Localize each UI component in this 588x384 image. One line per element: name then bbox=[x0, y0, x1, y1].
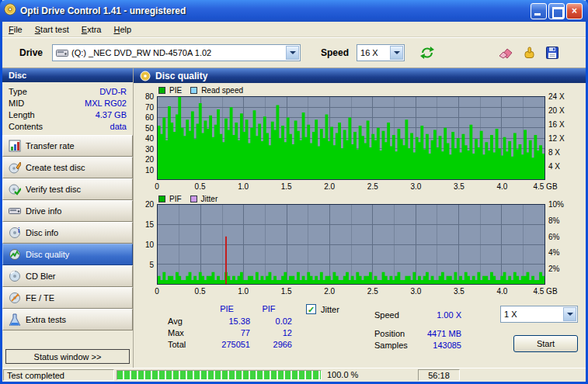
main-panel: Disc quality PIE Read speed 807060504030… bbox=[134, 68, 586, 368]
right-ticks-label: 24 X bbox=[548, 92, 565, 101]
disc-length-label: Length bbox=[9, 110, 35, 119]
pif-max-value: 12 bbox=[245, 328, 292, 337]
pie-legend-swatch bbox=[158, 87, 165, 94]
test-speed-select-value: 1 X bbox=[504, 310, 517, 319]
sidebar-item-disc-info[interactable]: i Disc info bbox=[2, 222, 133, 244]
samples-stat-value: 143085 bbox=[398, 341, 461, 350]
sidebar-item-extra-tests[interactable]: Extra tests bbox=[2, 309, 133, 330]
disc-quality-header-icon bbox=[140, 71, 151, 81]
speed-label: Speed bbox=[321, 47, 349, 58]
x-ticks-label: 2.0 bbox=[324, 287, 335, 296]
pif-total-value: 2966 bbox=[245, 340, 292, 349]
window-title: Opti Drive Control 1.41 - unregistered bbox=[20, 5, 531, 16]
disc-info-icon: i bbox=[8, 227, 21, 239]
left-ticks-label: 20 bbox=[145, 155, 154, 164]
x-ticks-label: 4.5 GB bbox=[533, 287, 557, 296]
sidebar-item-cd-bler[interactable]: CD Bler bbox=[2, 265, 133, 287]
menu-start-test[interactable]: Start test bbox=[29, 23, 75, 36]
x-ticks-label: 4.5 GB bbox=[533, 182, 557, 191]
disc-write-icon bbox=[8, 161, 21, 174]
sidebar-item-label: Disc info bbox=[26, 228, 58, 237]
right-ticks-label: 4 X bbox=[548, 161, 560, 170]
sidebar-item-label: Transfer rate bbox=[26, 141, 75, 150]
statusbar: Test completed 100.0 % 56:18 bbox=[2, 368, 586, 382]
right-ticks-label: 6% bbox=[548, 232, 559, 240]
erase-disc-button[interactable] bbox=[494, 43, 517, 63]
drive-info-icon bbox=[8, 205, 21, 217]
sidebar-item-label: Create test disc bbox=[26, 163, 85, 172]
minimize-button[interactable] bbox=[531, 3, 547, 19]
x-ticks-label: 3.5 bbox=[454, 182, 464, 191]
disc-panel-header: Disc bbox=[2, 68, 133, 82]
pie-max-value: 77 bbox=[204, 328, 250, 337]
sidebar-item-drive-info[interactable]: Drive info bbox=[2, 200, 133, 222]
sidebar-item-create-test-disc[interactable]: Create test disc bbox=[2, 157, 133, 178]
floppy-save-icon bbox=[546, 47, 558, 59]
left-ticks-label: 10 bbox=[145, 240, 154, 249]
disc-type-value: DVD-R bbox=[99, 87, 127, 96]
sidebar-buttons: Transfer rate Create test disc Verify te… bbox=[2, 135, 133, 330]
pie-chart-x-axis: 00.51.01.52.02.53.03.54.04.5 GB bbox=[157, 182, 545, 192]
close-button[interactable]: × bbox=[566, 3, 583, 19]
save-button[interactable] bbox=[541, 43, 564, 63]
menu-extra[interactable]: Extra bbox=[75, 23, 108, 36]
jitter-legend-label: Jitter bbox=[201, 195, 218, 203]
right-ticks-label: 4% bbox=[548, 248, 559, 257]
main-header-title: Disc quality bbox=[155, 71, 207, 81]
status-window-button[interactable]: Status window >> bbox=[5, 349, 130, 364]
x-ticks-label: 0 bbox=[155, 287, 159, 296]
sidebar-item-verify-test-disc[interactable]: Verify test disc bbox=[2, 178, 133, 200]
left-ticks-label: 50 bbox=[145, 123, 154, 132]
start-button[interactable]: Start bbox=[513, 335, 578, 352]
fe-te-icon bbox=[8, 292, 21, 304]
test-speed-select[interactable]: 1 X bbox=[500, 306, 578, 323]
svg-text:i: i bbox=[18, 227, 20, 234]
drive-icon bbox=[56, 48, 68, 57]
x-ticks-label: 1.0 bbox=[238, 287, 249, 296]
menu-help[interactable]: Help bbox=[107, 23, 137, 36]
speed-select-arrow[interactable] bbox=[390, 46, 403, 60]
sidebar-item-label: CD Bler bbox=[26, 272, 56, 281]
jitter-checkbox[interactable]: ✓ bbox=[306, 304, 316, 314]
sidebar-item-disc-quality[interactable]: Disc quality bbox=[2, 244, 133, 265]
speed-select[interactable]: 16 X bbox=[357, 44, 405, 61]
elapsed-time: 56:18 bbox=[418, 369, 460, 381]
drive-select[interactable]: (Q:) _NEC DVD_RW ND-4570A 1.02 bbox=[52, 44, 301, 61]
jitter-checkbox-label: Jitter bbox=[321, 305, 339, 314]
sidebar: Disc Type DVD-R MID MXL RG02 Length 4.37… bbox=[2, 68, 134, 368]
left-ticks-label: 60 bbox=[145, 113, 154, 122]
x-ticks-label: 2.5 bbox=[367, 287, 378, 296]
x-ticks-label: 2.0 bbox=[324, 182, 335, 191]
sidebar-item-label: Verify test disc bbox=[26, 185, 81, 194]
right-ticks-label: 2% bbox=[548, 265, 559, 273]
progress-bar-fill bbox=[117, 371, 321, 379]
app-window: Opti Drive Control 1.41 - unregistered ×… bbox=[0, 0, 588, 384]
disc-quality-icon bbox=[8, 248, 21, 261]
test-speed-select-arrow[interactable] bbox=[563, 307, 576, 321]
drive-select-arrow[interactable] bbox=[286, 46, 299, 60]
status-text: Test completed bbox=[3, 369, 114, 381]
disc-type-label: Type bbox=[9, 87, 27, 96]
sidebar-item-fe-te[interactable]: FE / TE bbox=[2, 287, 133, 309]
left-ticks-label: 40 bbox=[145, 134, 154, 143]
right-ticks-label: 16 X bbox=[548, 119, 565, 128]
hand-tool-button[interactable] bbox=[517, 43, 541, 63]
refresh-button[interactable] bbox=[416, 43, 439, 63]
read-speed-legend-swatch bbox=[190, 87, 197, 94]
x-ticks-label: 4.0 bbox=[496, 287, 507, 296]
left-ticks-label: 70 bbox=[145, 102, 154, 111]
pif-avg-value: 0.02 bbox=[245, 317, 292, 326]
menu-file[interactable]: File bbox=[2, 23, 29, 36]
left-ticks-label: 20 bbox=[145, 200, 154, 209]
max-row-label: Max bbox=[168, 328, 184, 337]
speed-stat-label: Speed bbox=[374, 310, 399, 320]
sidebar-item-transfer-rate[interactable]: Transfer rate bbox=[2, 135, 133, 157]
right-ticks-label: 10% bbox=[548, 200, 564, 209]
pie-chart-right-axis: 24 X20 X16 X12 X8 X4 X bbox=[546, 96, 585, 180]
maximize-button[interactable] bbox=[548, 3, 565, 19]
read-speed-legend-label: Read speed bbox=[201, 86, 243, 95]
titlebar[interactable]: Opti Drive Control 1.41 - unregistered × bbox=[0, 0, 588, 22]
disc-info-panel: Type DVD-R MID MXL RG02 Length 4.37 GB C… bbox=[2, 82, 133, 135]
pif-chart-x-axis: 00.51.01.52.02.53.03.54.04.5 GB bbox=[157, 287, 545, 296]
drive-select-value: (Q:) _NEC DVD_RW ND-4570A 1.02 bbox=[71, 48, 211, 57]
